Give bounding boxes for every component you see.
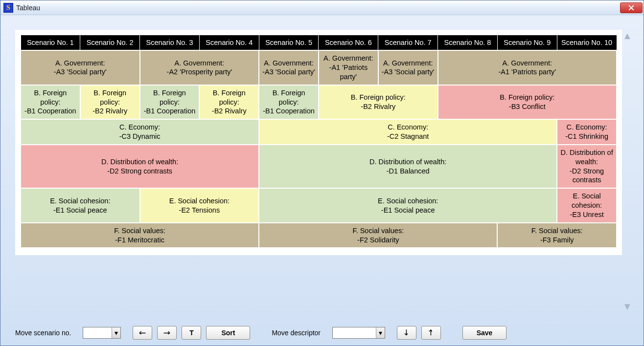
- table-cell[interactable]: A. Government:-A3 'Social party': [378, 50, 438, 85]
- app-icon: S: [3, 3, 13, 13]
- table-row: A. Government:-A3 'Social party'A. Gover…: [21, 50, 617, 85]
- scroll-up-icon[interactable]: ▲: [622, 31, 632, 41]
- table-row: D. Distribution of wealth:-D2 Strong con…: [21, 145, 617, 188]
- chevron-down-icon[interactable]: ▾: [112, 327, 120, 338]
- column-header[interactable]: Scenario No. 10: [557, 35, 617, 51]
- close-icon: [628, 5, 634, 11]
- sort-button[interactable]: Sort: [206, 326, 250, 340]
- scrollbar: ▲ ▼: [622, 30, 633, 321]
- column-header[interactable]: Scenario No. 3: [140, 35, 200, 51]
- table-cell[interactable]: B. Foreign policy:-B1 Cooperation: [259, 85, 319, 120]
- table-cell[interactable]: E. Social cohesion:-E3 Unrest: [557, 188, 617, 223]
- scenario-table: Scenario No. 1Scenario No. 2Scenario No.…: [20, 35, 617, 248]
- save-button[interactable]: Save: [462, 326, 506, 340]
- descriptor-combo[interactable]: ▾: [332, 327, 385, 339]
- table-cell[interactable]: F. Social values:-F1 Meritocratic: [21, 223, 259, 248]
- chevron-down-icon[interactable]: ▾: [376, 327, 385, 338]
- titlebar: S Tableau: [0, 0, 644, 15]
- table-cell[interactable]: A. Government:-A1 'Patriots party': [438, 50, 617, 85]
- window-title: Tableau: [16, 4, 620, 12]
- table-cell[interactable]: F. Social values:-F3 Family: [497, 223, 617, 248]
- scenario-combo[interactable]: ▾: [83, 327, 121, 339]
- table-cell[interactable]: B. Foreign policy:-B1 Cooperation: [21, 85, 80, 120]
- column-header[interactable]: Scenario No. 4: [199, 35, 259, 51]
- table-row: C. Economy:-C3 DynamicC. Economy:-C2 Sta…: [21, 119, 617, 145]
- move-left-button[interactable]: 🡐: [133, 326, 152, 340]
- table-cell[interactable]: B. Foreign policy:-B2 Rivalry: [80, 85, 140, 120]
- table-cell[interactable]: C. Economy:-C2 Stagnant: [259, 119, 557, 145]
- table-cell[interactable]: B. Foreign policy:-B1 Cooperation: [140, 85, 200, 120]
- toolbar: Move scenario no. ▾ 🡐 🡒 T Sort Move desc…: [15, 321, 641, 342]
- descriptor-input[interactable]: [333, 327, 376, 338]
- column-header[interactable]: Scenario No. 1: [21, 35, 80, 51]
- move-right-button[interactable]: 🡒: [157, 326, 177, 340]
- column-header[interactable]: Scenario No. 9: [497, 35, 557, 51]
- move-descriptor-label: Move descriptor: [272, 329, 321, 337]
- table-panel: Scenario No. 1Scenario No. 2Scenario No.…: [15, 30, 622, 255]
- table-cell[interactable]: A. Government:-A2 'Prosperity party': [140, 50, 259, 85]
- table-cell[interactable]: C. Economy:-C1 Shrinking: [557, 119, 617, 145]
- content-area: Scenario No. 1Scenario No. 2Scenario No.…: [0, 15, 644, 346]
- table-cell[interactable]: E. Social cohesion:-E1 Social peace: [21, 188, 140, 223]
- table-header-row: Scenario No. 1Scenario No. 2Scenario No.…: [21, 35, 617, 51]
- scroll-down-icon[interactable]: ▼: [622, 302, 632, 311]
- table-cell[interactable]: A. Government:-A3 'Social party': [21, 50, 140, 85]
- table-body: A. Government:-A3 'Social party'A. Gover…: [21, 50, 617, 248]
- column-header[interactable]: Scenario No. 2: [80, 35, 140, 51]
- move-scenario-label: Move scenario no.: [15, 329, 71, 337]
- app-window: S Tableau Scenario No. 1Scenario No. 2Sc…: [0, 0, 644, 346]
- column-header[interactable]: Scenario No. 6: [319, 35, 378, 51]
- table-cell[interactable]: B. Foreign policy:-B2 Rivalry: [319, 85, 438, 120]
- t-button[interactable]: T: [182, 326, 201, 340]
- table-cell[interactable]: E. Social cohesion:-E1 Social peace: [259, 188, 557, 223]
- move-down-button[interactable]: 🡓: [397, 326, 416, 340]
- table-cell[interactable]: D. Distribution of wealth:-D2 Strong con…: [557, 145, 617, 188]
- table-cell[interactable]: F. Social values:-F2 Solidarity: [259, 223, 497, 248]
- column-header[interactable]: Scenario No. 5: [259, 35, 319, 51]
- table-cell[interactable]: A. Government:-A3 'Social party': [259, 50, 319, 85]
- table-cell[interactable]: A. Government:-A1 'Patriots party': [319, 50, 378, 85]
- table-cell[interactable]: D. Distribution of wealth:-D1 Balanced: [259, 145, 557, 188]
- column-header[interactable]: Scenario No. 8: [438, 35, 498, 51]
- close-button[interactable]: [620, 2, 643, 13]
- table-cell[interactable]: D. Distribution of wealth:-D2 Strong con…: [21, 145, 259, 188]
- table-cell[interactable]: E. Social cohesion:-E2 Tensions: [140, 188, 259, 223]
- table-row: E. Social cohesion:-E1 Social peaceE. So…: [21, 188, 617, 223]
- table-wrap: Scenario No. 1Scenario No. 2Scenario No.…: [15, 30, 641, 321]
- column-header[interactable]: Scenario No. 7: [378, 35, 438, 51]
- scenario-input[interactable]: [83, 327, 112, 338]
- table-row: B. Foreign policy:-B1 CooperationB. Fore…: [21, 85, 617, 120]
- move-up-button[interactable]: 🡑: [421, 326, 441, 340]
- table-row: F. Social values:-F1 MeritocraticF. Soci…: [21, 223, 617, 248]
- table-cell[interactable]: B. Foreign policy:-B3 Conflict: [438, 85, 617, 120]
- table-cell[interactable]: B. Foreign policy:-B2 Rivalry: [199, 85, 259, 120]
- table-cell[interactable]: C. Economy:-C3 Dynamic: [21, 119, 259, 145]
